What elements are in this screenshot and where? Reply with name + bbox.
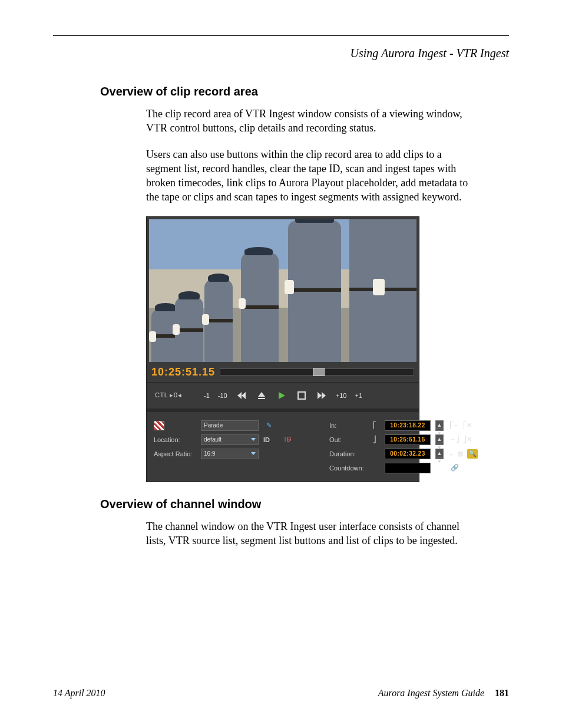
clear-out-icon[interactable]: ⎦✕	[463, 435, 472, 444]
video-preview	[149, 219, 416, 362]
mark-in-icon[interactable]: ⎡	[369, 421, 380, 430]
step-fwd-10-button[interactable]: +10	[336, 392, 347, 399]
stop-button[interactable]	[296, 391, 308, 400]
metadata-icon[interactable]: ▤	[457, 449, 463, 459]
svg-rect-0	[298, 392, 305, 399]
mark-out-icon[interactable]: ⎦	[369, 435, 380, 444]
play-button[interactable]	[276, 391, 287, 400]
section-heading-channel-window: Overview of channel window	[100, 498, 509, 511]
aspect-select[interactable]: 16:9	[201, 449, 259, 459]
out-spinner[interactable]: ▴▾	[435, 434, 444, 445]
ctl-label: CTL ▸0◂	[155, 391, 181, 399]
countdown-label: Countdown:	[329, 465, 365, 472]
in-label: In:	[329, 422, 365, 429]
current-timecode: 10:25:51.15	[151, 367, 215, 377]
link-placeholder-icon[interactable]: 🔗	[449, 463, 460, 473]
slate-icon	[154, 421, 164, 430]
duration-spinner[interactable]: ▴▾	[435, 449, 444, 459]
clear-in-icon[interactable]: ⎡✕	[463, 421, 472, 430]
footer-date: 14 April 2010	[53, 688, 105, 699]
vtr-ingest-window: 10:25:51.15 CTL ▸0◂ -1 -10 +10 +1 Parade…	[146, 216, 419, 482]
location-label: Location:	[154, 436, 196, 443]
running-header: Using Aurora Ingest - VTR Ingest	[53, 47, 509, 60]
step-back-1-button[interactable]: -1	[204, 392, 210, 399]
clip-name-input[interactable]: Parade	[201, 420, 259, 431]
cue-out-icon[interactable]: →⎦	[449, 435, 459, 444]
in-timecode[interactable]: 10:23:18.22	[385, 420, 431, 431]
step-back-10-button[interactable]: -10	[218, 392, 227, 399]
location-select[interactable]: default	[201, 434, 259, 445]
body-paragraph: The channel window on the VTR Ingest use…	[146, 519, 475, 548]
footer-page-number: 181	[495, 688, 509, 698]
top-rule	[53, 35, 509, 36]
scrub-knob[interactable]	[313, 368, 325, 376]
id-label: ID	[263, 436, 277, 443]
countdown-timecode	[385, 463, 431, 473]
cue-in-icon[interactable]: ⎡←	[449, 421, 459, 430]
clear-id-icon[interactable]: ID̶	[282, 435, 293, 444]
section-heading-clip-record: Overview of clip record area	[100, 85, 509, 98]
body-paragraph: The clip record area of VTR Ingest windo…	[146, 107, 475, 136]
out-label: Out:	[329, 436, 365, 443]
duration-label: Duration:	[329, 450, 365, 457]
scrub-bar[interactable]	[220, 368, 414, 375]
out-timecode[interactable]: 10:25:51.15	[385, 434, 431, 445]
scan-keyword-icon[interactable]: 🔍	[467, 449, 478, 459]
in-spinner[interactable]: ▴▾	[435, 420, 444, 431]
step-fwd-1-button[interactable]: +1	[355, 392, 362, 399]
rewind-button[interactable]	[236, 391, 247, 400]
edit-name-icon[interactable]: ✎	[263, 421, 274, 430]
duration-timecode[interactable]: 00:02:32.23	[385, 449, 431, 459]
aspect-label: Aspect Ratio:	[154, 450, 196, 457]
footer-doc-title: Aurora Ingest System Guide	[378, 688, 484, 698]
body-paragraph: Users can also use buttons within the cl…	[146, 147, 475, 205]
add-clip-icon[interactable]: ⟐	[449, 449, 454, 459]
eject-button[interactable]	[256, 391, 267, 400]
fast-forward-button[interactable]	[316, 391, 328, 400]
